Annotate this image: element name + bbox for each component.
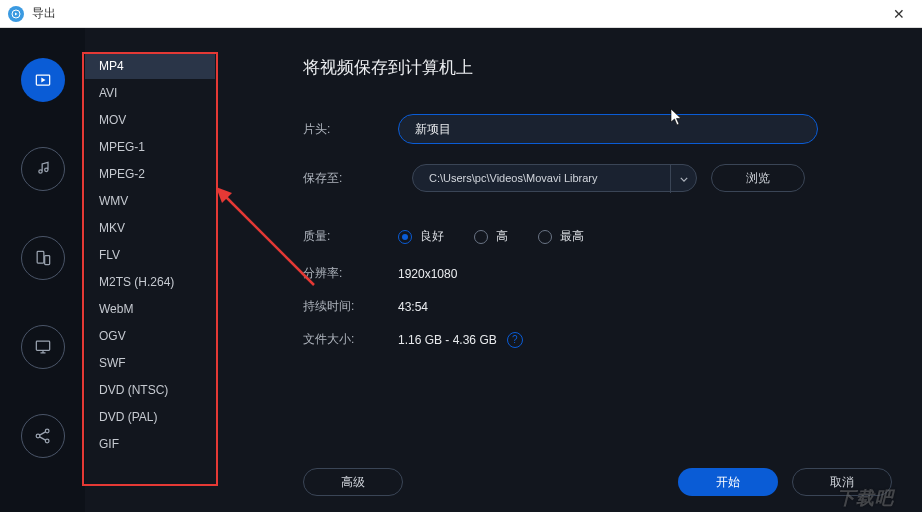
sidebar-item-share[interactable] (21, 414, 65, 458)
title-input[interactable] (398, 114, 818, 144)
filesize-label: 文件大小: (303, 331, 398, 348)
svg-rect-2 (37, 251, 44, 263)
quality-label: 质量: (303, 228, 398, 245)
resolution-value: 1920x1080 (398, 267, 457, 281)
format-item-flv[interactable]: FLV (85, 241, 215, 268)
saveto-path: C:\Users\pc\Videos\Movavi Library (429, 172, 598, 184)
sidebar-item-video[interactable] (21, 58, 65, 102)
format-item-gif[interactable]: GIF (85, 430, 215, 457)
svg-rect-4 (36, 341, 49, 350)
svg-point-7 (45, 439, 49, 443)
advanced-button[interactable]: 高级 (303, 468, 403, 496)
quality-radio-group: 良好 高 最高 (398, 228, 584, 245)
format-item-swf[interactable]: SWF (85, 349, 215, 376)
cancel-button[interactable]: 取消 (792, 468, 892, 496)
close-button[interactable]: ✕ (884, 0, 914, 28)
chevron-down-icon (670, 165, 696, 193)
sidebar-item-devices[interactable] (21, 236, 65, 280)
format-item-avi[interactable]: AVI (85, 79, 215, 106)
format-item-wmv[interactable]: WMV (85, 187, 215, 214)
main: MP4 AVI MOV MPEG-1 MPEG-2 WMV MKV FLV M2… (0, 28, 922, 512)
radio-label: 高 (496, 228, 508, 245)
svg-point-6 (45, 429, 49, 433)
quality-radio-high[interactable]: 高 (474, 228, 508, 245)
radio-label: 良好 (420, 228, 444, 245)
filesize-value: 1.16 GB - 4.36 GB (398, 333, 497, 347)
svg-rect-3 (44, 256, 49, 265)
format-item-m2ts[interactable]: M2TS (H.264) (85, 268, 215, 295)
saveto-label: 保存至: (303, 170, 398, 187)
radio-icon (474, 230, 488, 244)
start-button[interactable]: 开始 (678, 468, 778, 496)
format-item-dvd-pal[interactable]: DVD (PAL) (85, 403, 215, 430)
format-item-dvd-ntsc[interactable]: DVD (NTSC) (85, 376, 215, 403)
browse-button[interactable]: 浏览 (711, 164, 805, 192)
quality-radio-good[interactable]: 良好 (398, 228, 444, 245)
radio-label: 最高 (560, 228, 584, 245)
duration-value: 43:54 (398, 300, 428, 314)
titlebar: 导出 ✕ (0, 0, 922, 28)
svg-point-5 (36, 434, 40, 438)
page-title: 将视频保存到计算机上 (303, 56, 892, 79)
quality-radio-highest[interactable]: 最高 (538, 228, 584, 245)
format-item-mov[interactable]: MOV (85, 106, 215, 133)
format-item-webm[interactable]: WebM (85, 295, 215, 322)
sidebar-item-audio[interactable] (21, 147, 65, 191)
saveto-dropdown[interactable]: C:\Users\pc\Videos\Movavi Library (412, 164, 697, 192)
resolution-label: 分辨率: (303, 265, 398, 282)
sidebar-item-tv[interactable] (21, 325, 65, 369)
title-label: 片头: (303, 121, 398, 138)
format-item-mpeg2[interactable]: MPEG-2 (85, 160, 215, 187)
window-title: 导出 (32, 5, 884, 22)
format-item-mp4[interactable]: MP4 (85, 52, 215, 79)
format-list: MP4 AVI MOV MPEG-1 MPEG-2 WMV MKV FLV M2… (85, 28, 215, 512)
content-panel: 将视频保存到计算机上 片头: 保存至: C:\Users\pc\Videos\M… (215, 28, 922, 512)
radio-icon (538, 230, 552, 244)
radio-icon (398, 230, 412, 244)
format-item-mkv[interactable]: MKV (85, 214, 215, 241)
help-icon[interactable]: ? (507, 332, 523, 348)
format-item-ogv[interactable]: OGV (85, 322, 215, 349)
app-icon (8, 6, 24, 22)
footer: 高级 开始 取消 (303, 468, 892, 496)
duration-label: 持续时间: (303, 298, 398, 315)
format-item-mpeg1[interactable]: MPEG-1 (85, 133, 215, 160)
category-sidebar (0, 28, 85, 512)
